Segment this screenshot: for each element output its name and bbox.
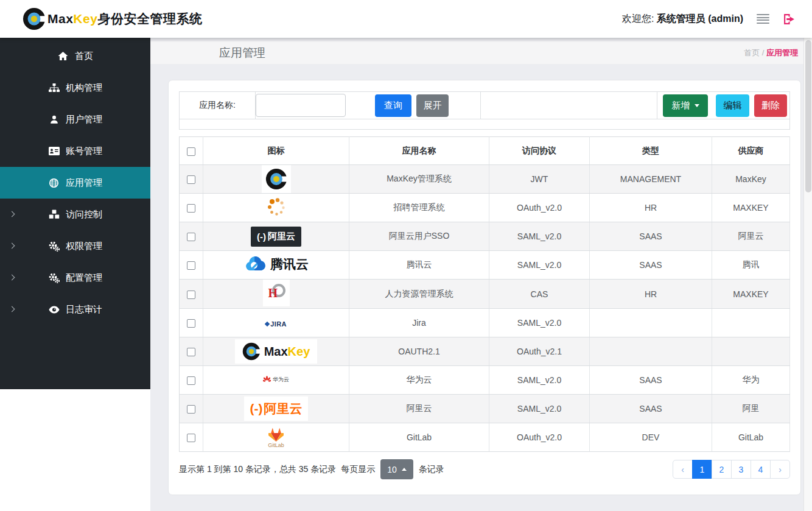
welcome-text: 欢迎您: 系统管理员 (admin) xyxy=(622,13,743,26)
apps-table: 图标 应用名称 访问协议 类型 供应商 MaxKey管理系统 JWT MANAG… xyxy=(179,136,790,452)
logout-icon[interactable] xyxy=(783,13,796,25)
maxkey-logo-icon xyxy=(23,7,46,30)
row-checkbox[interactable] xyxy=(187,204,195,213)
col-header-type: 类型 xyxy=(590,137,712,165)
page-button-2[interactable]: 2 xyxy=(712,460,732,479)
page-button-4[interactable]: 4 xyxy=(751,460,771,479)
add-button[interactable]: 新增 xyxy=(663,94,708,117)
globe-icon xyxy=(48,177,60,188)
table-row: 腾讯云 腾讯云 SAML_v2.0 SAAS 腾讯 xyxy=(180,251,790,280)
sidebar-item-home[interactable]: 首页 xyxy=(0,40,150,72)
sidebar-item-accounts[interactable]: 账号管理 xyxy=(0,135,150,167)
hr-logo: H xyxy=(263,280,290,306)
gears-icon xyxy=(48,272,60,283)
row-checkbox[interactable] xyxy=(187,291,195,299)
table-row: GitLab GitLab OAuth_v2.0 DEV GitLab xyxy=(180,423,790,452)
main-content: 应用管理 首页 / 应用管理 应用名称: 查询 展开 xyxy=(150,38,803,511)
row-checkbox[interactable] xyxy=(187,405,195,414)
expand-button[interactable]: 展开 xyxy=(416,94,449,117)
tencent-cloud-logo: 腾讯云 xyxy=(243,256,309,273)
delete-button[interactable]: 删除 xyxy=(754,94,787,117)
query-button[interactable]: 查询 xyxy=(375,94,411,117)
gitlab-logo: GitLab xyxy=(268,427,284,448)
home-icon xyxy=(57,51,69,62)
jira-logo: JIRA xyxy=(265,320,286,328)
maxkey-full-logo: MaxKey xyxy=(235,339,318,364)
per-page-prefix: 每页显示 xyxy=(341,464,375,475)
breadcrumb: 首页 / 应用管理 xyxy=(744,48,798,58)
sidebar: 首页 机构管理 用户管理 账号管理 应用管理 xyxy=(0,38,150,511)
pager: ‹ 1 2 3 4 › xyxy=(673,460,790,479)
breadcrumb-home-link[interactable]: 首页 xyxy=(744,48,760,57)
col-header-vendor: 供应商 xyxy=(712,137,790,165)
table-row: 招聘管理系统 OAuth_v2.0 HR MAXKEY xyxy=(180,194,790,222)
sidebar-item-org[interactable]: 机构管理 xyxy=(0,72,150,104)
table-row: H 人力资源管理系统 CAS HR MAXKEY xyxy=(180,280,790,309)
page-size-dropdown[interactable]: 10 xyxy=(380,459,413,479)
table-row: (-)阿里云 阿里云用户SSO SAML_v2.0 SAAS 阿里云 xyxy=(180,222,790,251)
eye-icon xyxy=(48,304,60,315)
per-page-suffix: 条记录 xyxy=(419,464,444,475)
chevron-right-icon xyxy=(9,306,15,312)
row-checkbox[interactable] xyxy=(187,348,195,356)
cubes-icon xyxy=(48,209,60,220)
user-icon xyxy=(48,114,60,125)
caret-down-icon xyxy=(695,104,699,107)
sitemap-icon xyxy=(48,82,60,93)
breadcrumb-current: 应用管理 xyxy=(766,48,798,57)
sidebar-item-access-control[interactable]: 访问控制 xyxy=(0,199,150,230)
row-checkbox[interactable] xyxy=(187,319,195,328)
brand-text: MaxKey身份安全管理系统 xyxy=(47,10,202,27)
menu-toggle-icon[interactable] xyxy=(757,14,769,24)
scrollbar-track[interactable] xyxy=(803,38,812,511)
id-card-icon xyxy=(48,146,60,157)
spinner-icon xyxy=(265,196,287,218)
chevron-right-icon xyxy=(9,211,15,217)
page-button-1[interactable]: 1 xyxy=(692,460,712,479)
app-name-search-input[interactable] xyxy=(256,94,346,117)
apps-panel: 应用名称: 查询 展开 新增 编辑 删除 xyxy=(168,80,801,495)
row-checkbox[interactable] xyxy=(187,175,195,184)
row-checkbox[interactable] xyxy=(187,261,195,270)
col-header-icon: 图标 xyxy=(203,137,349,165)
table-row: MaxKey管理系统 JWT MANAGEMENT MaxKey xyxy=(180,165,790,194)
col-header-name: 应用名称 xyxy=(349,137,489,165)
row-checkbox[interactable] xyxy=(187,376,195,385)
caret-up-icon xyxy=(402,468,407,471)
aliyun-dark-logo: (-)阿里云 xyxy=(251,227,301,247)
sidebar-item-apps[interactable]: 应用管理 xyxy=(0,167,150,199)
sidebar-item-audit[interactable]: 日志审计 xyxy=(0,294,150,325)
toolbar-spacer xyxy=(481,92,657,119)
toolbar: 应用名称: 查询 展开 新增 编辑 删除 xyxy=(179,91,790,130)
sidebar-item-users[interactable]: 用户管理 xyxy=(0,104,150,135)
col-header-protocol: 访问协议 xyxy=(489,137,590,165)
chevron-right-icon xyxy=(9,243,15,249)
pagination-bar: 显示第 1 到第 10 条记录，总共 35 条记录 每页显示 10 条记录 ‹ … xyxy=(179,459,790,479)
breadcrumb-separator: / xyxy=(762,48,765,57)
pagination-summary: 显示第 1 到第 10 条记录，总共 35 条记录 xyxy=(179,464,336,475)
huawei-cloud-logo: 华为云 xyxy=(263,376,289,384)
chevron-right-icon xyxy=(9,275,15,281)
sidebar-item-permissions[interactable]: 权限管理 xyxy=(0,230,150,262)
brand: MaxKey身份安全管理系统 xyxy=(23,7,202,30)
table-row: MaxKey OAUTH2.1 OAuth_v2.1 xyxy=(180,337,790,366)
row-checkbox[interactable] xyxy=(187,233,195,241)
table-row: (-)阿里云 阿里云 SAML_v2.0 SAAS 阿里 xyxy=(180,395,790,423)
top-navbar: MaxKey身份安全管理系统 欢迎您: 系统管理员 (admin) xyxy=(0,0,812,38)
page-button-3[interactable]: 3 xyxy=(731,460,751,479)
next-page-button[interactable]: › xyxy=(770,460,790,479)
page-title: 应用管理 xyxy=(219,45,265,61)
select-all-checkbox[interactable] xyxy=(187,147,195,156)
gears-icon xyxy=(48,241,60,252)
toolbar-footer xyxy=(180,119,789,129)
edit-button[interactable]: 编辑 xyxy=(716,94,749,117)
table-row: 华为云 华为云 SAML_v2.0 SAAS 华为 xyxy=(180,366,790,395)
prev-page-button[interactable]: ‹ xyxy=(673,460,693,479)
sidebar-item-config[interactable]: 配置管理 xyxy=(0,262,150,294)
table-header-row: 图标 应用名称 访问协议 类型 供应商 xyxy=(180,137,790,165)
scrollbar-thumb[interactable] xyxy=(805,40,811,192)
aliyun-orange-logo: (-)阿里云 xyxy=(244,396,309,421)
maxkey-icon xyxy=(265,168,287,190)
table-row: JIRA Jira SAML_v2.0 xyxy=(180,309,790,337)
row-checkbox[interactable] xyxy=(187,434,195,442)
